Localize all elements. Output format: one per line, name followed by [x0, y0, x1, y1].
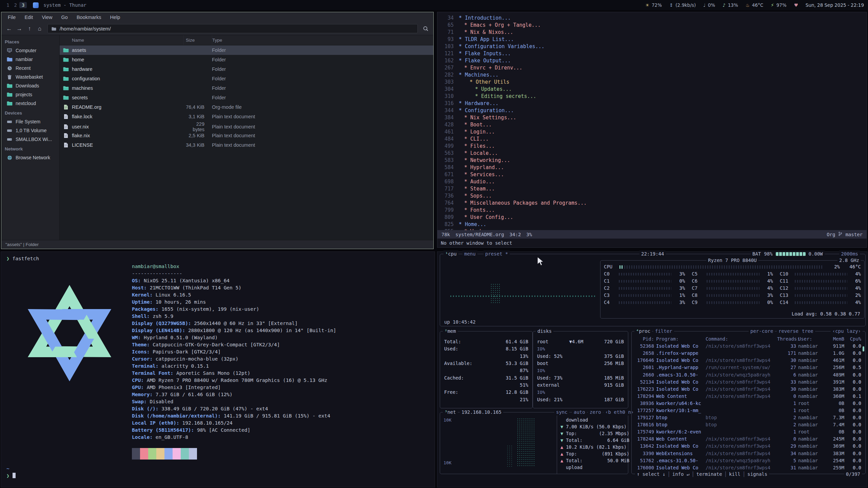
- proc-action-kill[interactable]: kill: [729, 471, 741, 477]
- disks-box-title[interactable]: disks: [536, 328, 553, 334]
- sidebar-item-1-0-tb-volume[interactable]: 1,0 TB Volume: [1, 126, 59, 135]
- file-row-flake-nix[interactable]: flake.nix2,5 KiBPlain text document: [60, 131, 433, 140]
- column-header-size[interactable]: Size: [183, 35, 212, 45]
- sidebar-item-nambiar[interactable]: nambiar: [1, 55, 59, 64]
- proc-header-cpu[interactable]: Cpu%: [846, 336, 861, 343]
- file-list[interactable]: assetsFolderhomeFolderhardwareFolderconf…: [60, 45, 433, 150]
- emacs-buffer[interactable]: 34* Introduction...65* Emacs + Org + Tan…: [437, 12, 867, 230]
- proc-scrollbar[interactable]: [863, 346, 864, 351]
- mem-box-title[interactable]: ²mem: [443, 328, 458, 334]
- cpu-box-title[interactable]: ¹cpu: [443, 250, 458, 257]
- menu-view[interactable]: View: [37, 14, 57, 21]
- process-row[interactable]: 176223Isolated Web Co/nix/store/sm8fnrf3…: [634, 386, 863, 393]
- file-row-machines[interactable]: machinesFolder: [60, 83, 433, 93]
- back-button[interactable]: ←: [4, 24, 14, 34]
- menu-file[interactable]: File: [3, 14, 20, 21]
- menu-go[interactable]: Go: [57, 14, 72, 21]
- sidebar-item-wastebasket[interactable]: Wastebasket: [1, 73, 59, 81]
- menu-edit[interactable]: Edit: [20, 14, 37, 21]
- up-button[interactable]: ↑: [24, 24, 35, 34]
- proc-action-terminate[interactable]: terminate: [696, 471, 722, 477]
- file-row-home[interactable]: homeFolder: [60, 55, 433, 64]
- bar-module-microphone[interactable]: ♩0%: [703, 2, 715, 8]
- proc-action-info[interactable]: info ↵: [672, 471, 690, 477]
- bar-module-brightness[interactable]: ☀72%: [645, 2, 662, 8]
- search-button[interactable]: [420, 24, 431, 34]
- net-button-zero[interactable]: zero: [588, 409, 603, 415]
- file-row-readme-org[interactable]: README.org76,4 KiBOrg-mode file: [60, 102, 433, 112]
- trash-icon: [6, 75, 13, 80]
- process-row[interactable]: 51762.emacs-31.0.50-/nix/store/wnqz5pa8r…: [634, 457, 863, 464]
- sidebar-item-file-system[interactable]: File System: [1, 117, 59, 126]
- proc-action-signals[interactable]: signals: [747, 471, 767, 477]
- process-row[interactable]: 2658.firefox-wrappe171nambiar1.0G0.0: [634, 350, 863, 357]
- net-button-sync[interactable]: sync: [554, 409, 569, 415]
- process-row[interactable]: 13642Isolated Web Co/nix/store/sm8fnrf3w…: [634, 443, 863, 450]
- process-row[interactable]: 178616btopbtop2nambiar7.4M0.0: [634, 421, 863, 428]
- proc-header-threads[interactable]: Threads:: [777, 336, 796, 343]
- workspace-1[interactable]: 1: [4, 2, 12, 8]
- menu-button[interactable]: menu: [462, 250, 477, 257]
- process-row[interactable]: 52134Isolated Web Co/nix/store/sm8fnrf3w…: [634, 379, 863, 386]
- process-row[interactable]: 178248Web Content/nix/store/sm8fnrf3wps4…: [634, 435, 863, 443]
- file-row-secrets[interactable]: secretsFolder: [60, 93, 433, 102]
- menu-help[interactable]: Help: [105, 14, 124, 21]
- preset-button[interactable]: preset *: [484, 250, 510, 257]
- file-row-license[interactable]: LICENSE34,3 KiBPlain text document: [60, 140, 433, 150]
- process-row[interactable]: 177257kworker/10:1-mm_1root0B0.0: [634, 407, 863, 414]
- proc-header-command[interactable]: Command:: [706, 336, 775, 343]
- file-row-hardware[interactable]: hardwareFolder: [60, 64, 433, 74]
- file-row-flake-lock[interactable]: flake.lock3,1 KiBPlain text document: [60, 112, 433, 121]
- process-row[interactable]: 52368Isolated Web Co/nix/store/sm8fnrf3w…: [634, 343, 863, 350]
- process-row[interactable]: 175749kworker/6:2-even1root0B0.0: [634, 428, 863, 435]
- menu-bookmarks[interactable]: Bookmarks: [72, 14, 106, 21]
- process-row[interactable]: 176646Isolated Web Co/nix/store/sm8fnrf3…: [634, 357, 863, 364]
- bar-module-volume[interactable]: ♪13%: [723, 2, 738, 8]
- bar-module-temperature[interactable]: ♨46°C: [746, 2, 763, 8]
- home-button[interactable]: ⌂: [35, 24, 45, 34]
- path-bar[interactable]: /home/nambiar/system/: [47, 24, 418, 33]
- sidebar-item-downloads[interactable]: Downloads: [1, 81, 59, 90]
- process-row[interactable]: 179127btopbtop2nambiar7.3M0.0: [634, 414, 863, 421]
- sidebar-item-nextcloud[interactable]: nextcloud: [1, 99, 59, 108]
- process-row[interactable]: 178294Web Content/nix/store/sm8fnrf3wps4…: [634, 393, 863, 400]
- proc-header-program[interactable]: Program:: [656, 336, 704, 343]
- column-header-type[interactable]: Type: [212, 35, 433, 45]
- process-row[interactable]: 2601.Hyprland-wrapp/run/current-system/s…: [634, 364, 863, 371]
- file-row-assets[interactable]: assetsFolder: [60, 45, 433, 55]
- net-button-auto[interactable]: auto: [572, 409, 587, 415]
- bar-module-idle-inhibitor[interactable]: ♥: [794, 2, 798, 8]
- sidebar-item-computer[interactable]: Computer: [1, 46, 59, 55]
- net-button-b-eth0-n[interactable]: ‹b eth0 n›: [604, 409, 635, 415]
- update-interval[interactable]: 2000ms: [839, 250, 860, 257]
- proc-option-tree[interactable]: tree: [800, 328, 815, 334]
- proc-header-memb[interactable]: MemB: [825, 336, 844, 343]
- sidebar-item-smallbox-wi[interactable]: SMALLBOX Wi...: [1, 135, 59, 144]
- workspace-2[interactable]: 2: [12, 2, 19, 8]
- sidebar-item-browse-network[interactable]: Browse Network: [1, 153, 59, 162]
- process-row[interactable]: 2660.emacs-31.0.50-/nix/store/wnqz5pa8ra…: [634, 371, 863, 378]
- proc-sort-mode[interactable]: ‹cpu lazy›: [831, 328, 863, 334]
- proc-option-per-core[interactable]: per-core: [749, 328, 775, 334]
- process-row[interactable]: 176000Isolated Web Co/nix/store/sm8fnrf3…: [634, 464, 863, 471]
- workspace-3[interactable]: 3: [19, 2, 27, 8]
- proc-box-title[interactable]: ⁴proc: [634, 328, 652, 334]
- forward-button[interactable]: →: [14, 24, 24, 34]
- file-row-user-nix[interactable]: user.nix229 bytesPlain text document: [60, 121, 433, 131]
- sidebar-item-recent[interactable]: Recent: [1, 64, 59, 73]
- proc-option-reverse[interactable]: reverse: [777, 328, 800, 334]
- file-row-configuration[interactable]: configurationFolder: [60, 74, 433, 83]
- proc-filter-button[interactable]: filter: [653, 328, 674, 334]
- proc-header-user[interactable]: User:: [798, 336, 823, 343]
- org-heading-line: 93* TLDR App List...: [437, 36, 867, 43]
- bar-module-network-traffic[interactable]: ↕(2.9kb/s): [669, 2, 696, 8]
- process-row[interactable]: 38936kworker/u64:6-kc1root0B0.0: [634, 400, 863, 407]
- proc-action-select[interactable]: ↑ select ↓: [637, 471, 665, 477]
- column-header-name[interactable]: Name: [60, 35, 183, 45]
- net-box-title[interactable]: ³net: [443, 409, 458, 415]
- proc-header-pid[interactable]: Pid:: [634, 336, 654, 343]
- process-row[interactable]: 3390WebExtensions/nix/store/sm8fnrf3wps4…: [634, 450, 863, 457]
- bar-module-clock[interactable]: Sun, 28 Sep 2025 - 22:19: [806, 2, 864, 8]
- sidebar-item-projects[interactable]: projects: [1, 90, 59, 99]
- bar-module-battery[interactable]: ⚡97%: [771, 2, 787, 8]
